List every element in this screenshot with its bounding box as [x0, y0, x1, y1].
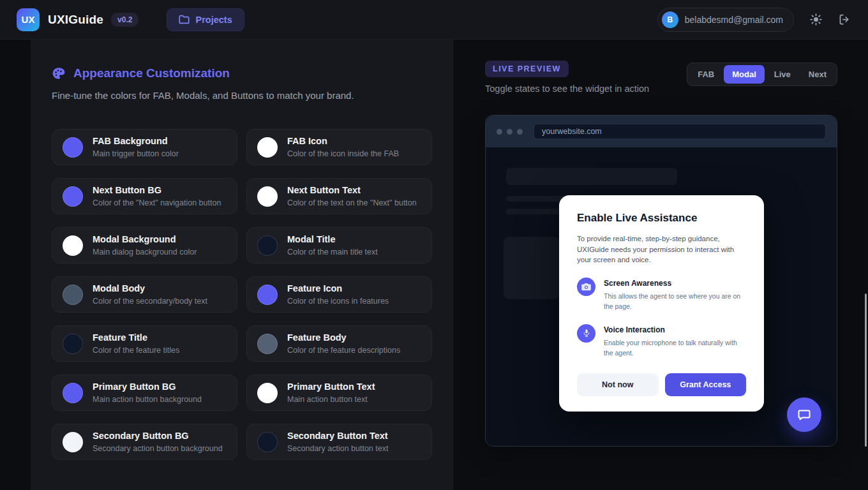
color-swatch[interactable]	[63, 383, 83, 403]
feature-title: Voice Interaction	[604, 325, 746, 334]
color-swatch[interactable]	[257, 137, 278, 158]
address-bar-url: yourwebsite.com	[542, 127, 602, 136]
microphone-icon	[577, 324, 595, 343]
chat-bubble-icon	[797, 407, 812, 422]
swatch-card[interactable]: Feature Icon Color of the icons in featu…	[246, 276, 432, 313]
theme-toggle-button[interactable]	[809, 13, 823, 26]
preview-tab-modal[interactable]: Modal	[724, 65, 765, 84]
swatch-card[interactable]: Secondary Button Text Secondary action b…	[246, 424, 432, 460]
live-preview-panel: LIVE PREVIEW Toggle states to see the wi…	[453, 40, 868, 490]
swatch-card[interactable]: Feature Title Color of the feature title…	[52, 325, 237, 362]
preview-tab-live[interactable]: Live	[766, 65, 799, 84]
swatch-description: Color of the text on the "Next" button	[287, 198, 417, 207]
color-swatch[interactable]	[257, 235, 278, 256]
swatch-label: Primary Button Text	[287, 382, 375, 392]
logout-button[interactable]	[838, 13, 851, 26]
swatch-card[interactable]: FAB Background Main trigger button color	[52, 129, 237, 165]
swatch-card[interactable]: Modal Body Color of the secondary/body t…	[52, 276, 237, 313]
window-dot	[517, 129, 523, 135]
swatch-label: Feature Title	[93, 332, 179, 343]
color-swatch[interactable]	[63, 334, 83, 354]
skeleton-block	[506, 168, 677, 185]
swatch-description: Color of the secondary/body text	[93, 297, 207, 306]
swatch-card[interactable]: Secondary Button BG Secondary action but…	[52, 424, 237, 460]
swatch-description: Main dialog background color	[93, 248, 197, 256]
swatch-label: Modal Title	[287, 234, 378, 245]
swatch-card[interactable]: Next Button BG Color of the "Next" navig…	[52, 178, 237, 214]
window-dots	[497, 129, 523, 135]
swatch-grid: FAB Background Main trigger button color…	[52, 129, 432, 460]
swatch-description: Color of the main title text	[287, 248, 378, 256]
folder-icon	[179, 15, 190, 24]
browser-chrome: yourwebsite.com	[486, 115, 837, 147]
user-account-pill[interactable]: B belabdesmd@gmail.com	[657, 8, 794, 32]
swatch-description: Main trigger button color	[93, 149, 179, 158]
swatch-card[interactable]: Modal Background Main dialog background …	[52, 227, 237, 264]
sun-icon	[809, 13, 823, 26]
swatch-label: Secondary Button Text	[287, 431, 388, 442]
live-preview-badge: LIVE PREVIEW	[485, 61, 569, 77]
grant-access-button[interactable]: Grant Access	[665, 373, 747, 396]
swatch-description: Secondary action button background	[93, 444, 223, 453]
modal-title: Enable Live Assistance	[577, 212, 746, 225]
swatch-description: Color of the feature titles	[93, 346, 179, 355]
user-email: belabdesmd@gmail.com	[685, 15, 783, 25]
color-swatch[interactable]	[63, 186, 83, 207]
window-dot	[497, 129, 502, 135]
version-badge: v0.2	[111, 13, 138, 27]
color-swatch[interactable]	[63, 432, 83, 452]
swatch-card[interactable]: Primary Button Text Main action button t…	[246, 375, 432, 411]
preview-subtitle: Toggle states to see the widget in actio…	[485, 84, 649, 94]
swatch-label: Modal Background	[93, 234, 197, 245]
swatch-description: Main action button text	[287, 395, 375, 404]
topbar: UX UXIGuide v0.2 Projects B belabdesmd@g…	[0, 0, 868, 40]
swatch-label: FAB Icon	[287, 136, 399, 147]
color-swatch[interactable]	[63, 137, 83, 158]
swatch-label: Modal Body	[93, 283, 207, 294]
swatch-description: Color of the "Next" navigation button	[93, 198, 221, 207]
preview-page: Enable Live Assistance To provide real-t…	[486, 147, 837, 446]
scrollbar-thumb[interactable]	[865, 293, 867, 447]
camera-icon	[577, 278, 595, 296]
color-swatch[interactable]	[63, 235, 83, 256]
chat-fab-button[interactable]	[787, 397, 821, 432]
color-swatch[interactable]	[257, 383, 278, 403]
color-swatch[interactable]	[257, 432, 278, 452]
swatch-label: Feature Icon	[287, 283, 389, 294]
swatch-label: Primary Button BG	[93, 382, 202, 392]
color-swatch[interactable]	[257, 334, 278, 354]
preview-tab-fab[interactable]: FAB	[689, 65, 722, 84]
feature-row-screen-awareness: Screen Awareness This allows the agent t…	[577, 278, 746, 312]
swatch-label: Feature Body	[287, 332, 400, 343]
left-gutter	[0, 40, 31, 490]
swatch-description: Color of the icon inside the FAB	[287, 149, 399, 158]
modal-body-text: To provide real-time, step-by-step guida…	[577, 234, 746, 265]
feature-title: Screen Awareness	[604, 279, 746, 288]
swatch-description: Color of the icons in features	[287, 297, 389, 306]
color-swatch[interactable]	[63, 285, 83, 305]
swatch-card[interactable]: Feature Body Color of the feature descri…	[246, 325, 432, 362]
swatch-card[interactable]: Primary Button BG Main action button bac…	[52, 375, 237, 411]
swatch-label: Next Button BG	[93, 185, 221, 196]
logout-icon	[838, 13, 851, 26]
projects-button-label: Projects	[195, 15, 232, 25]
color-swatch[interactable]	[257, 186, 278, 207]
swatch-label: Next Button Text	[287, 185, 417, 196]
swatch-description: Main action button background	[93, 395, 202, 404]
feature-description: Enable your microphone to talk naturally…	[604, 338, 746, 359]
avatar: B	[662, 11, 678, 28]
swatch-card[interactable]: FAB Icon Color of the icon inside the FA…	[246, 129, 432, 165]
appearance-panel: Appearance Customization Fine-tune the c…	[31, 40, 453, 490]
feature-description: This allows the agent to see where you a…	[604, 291, 746, 312]
not-now-button[interactable]: Not now	[577, 373, 659, 396]
projects-button[interactable]: Projects	[167, 8, 244, 31]
color-swatch[interactable]	[257, 285, 278, 305]
app-logo-text: UX	[22, 14, 35, 25]
swatch-card[interactable]: Next Button Text Color of the text on th…	[246, 178, 432, 214]
swatch-card[interactable]: Modal Title Color of the main title text	[246, 227, 432, 264]
browser-mockup: yourwebsite.com Enable Live Assistance T…	[485, 115, 837, 447]
page-title: Appearance Customization	[73, 66, 230, 80]
swatch-label: FAB Background	[93, 136, 179, 147]
preview-tab-next[interactable]: Next	[800, 65, 835, 84]
preview-state-tabs: FABModalLiveNext	[687, 63, 837, 86]
